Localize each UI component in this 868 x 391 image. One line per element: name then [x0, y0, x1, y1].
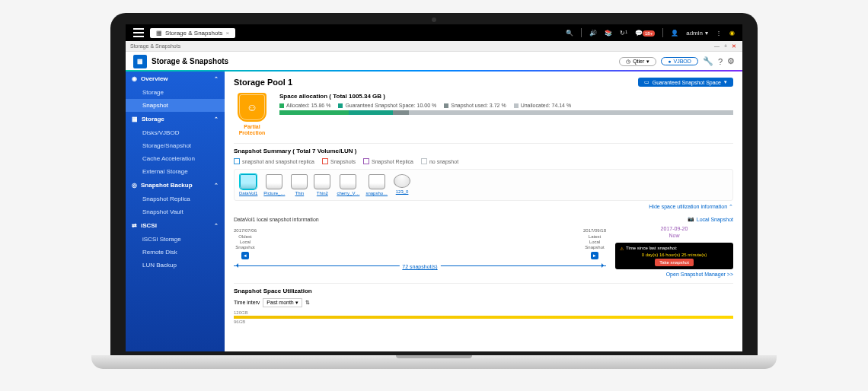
- nav-header-backup[interactable]: ◎Snapshot Backup ⌃: [126, 178, 225, 192]
- guaranteed-space-button[interactable]: ▭ Guaranteed Snapshot Space ▾: [638, 78, 733, 87]
- volume-icon: [314, 174, 330, 189]
- pool-title: Storage Pool 1: [234, 78, 292, 87]
- tab-close-icon[interactable]: ×: [226, 30, 230, 37]
- utilization-title: Snapshot Space Utilization: [234, 283, 733, 294]
- overview-icon: ◉: [132, 75, 137, 82]
- chevron-up-icon: ⌃: [214, 116, 219, 122]
- now-label: Now: [615, 232, 733, 239]
- disk-icon: ▭: [644, 79, 649, 85]
- utilization-chart: 120GB 96GB: [234, 310, 733, 324]
- nav-item-remote-disk[interactable]: Remote Disk: [126, 246, 225, 259]
- warning-icon: ⚠: [620, 246, 624, 251]
- sidebar: ◉Overview ⌃ Storage Snapshot ▦Storage ⌃ …: [126, 72, 225, 351]
- open-manager-link[interactable]: Open Snapshot Manager >>: [615, 272, 733, 277]
- app-tab[interactable]: ▦ Storage & Snapshots ×: [150, 28, 235, 38]
- volume-item[interactable]: snapsho…: [365, 174, 388, 196]
- vjbod-button[interactable]: ●VJBOD: [661, 57, 698, 65]
- volume-item[interactable]: cherry_V…: [337, 174, 359, 196]
- filter-checkbox[interactable]: no snapshot: [421, 158, 458, 164]
- tab-label: Storage & Snapshots: [165, 30, 223, 37]
- time-since-label: 0 day(s) 16 hour(s) 25 minute(s): [620, 253, 729, 257]
- volume-icon: [340, 174, 356, 189]
- volume-icon: [266, 174, 282, 189]
- filter-checkbox[interactable]: Snapshot Replica: [363, 158, 413, 164]
- nav-item-disks[interactable]: Disks/VJBOD: [126, 126, 225, 139]
- volume-icon: [369, 174, 385, 189]
- oldest-label: Oldest Local Snapshot: [234, 234, 257, 251]
- more-icon[interactable]: ⋮: [716, 30, 722, 37]
- volume-item[interactable]: Thin2: [314, 174, 330, 196]
- nav-item-external[interactable]: External Storage: [126, 165, 225, 178]
- nav-item-iscsi-storage[interactable]: iSCSI Storage: [126, 233, 225, 246]
- sync-icon[interactable]: ↻¹: [620, 30, 627, 37]
- backup-icon[interactable]: 📚: [605, 30, 612, 37]
- maximize-button[interactable]: +: [723, 43, 729, 49]
- snapshot-tooltip: ⚠Time since last snapshot: 0 day(s) 16 h…: [615, 243, 733, 269]
- nav-header-storage[interactable]: ▦Storage ⌃: [126, 112, 225, 126]
- minimize-button[interactable]: —: [713, 43, 721, 49]
- filter-checkbox[interactable]: Snapshots: [322, 158, 356, 164]
- latest-marker: ▸: [591, 252, 598, 259]
- tools-icon[interactable]: 🔧: [703, 56, 713, 66]
- volume-icon[interactable]: 🔊: [589, 30, 597, 37]
- chevron-up-icon: ⌃: [214, 223, 219, 229]
- storage-icon: ▦: [132, 116, 138, 122]
- latest-date: 2017/09/18: [583, 228, 606, 234]
- tab-icon: ▦: [156, 30, 162, 37]
- nav-item-replica[interactable]: Snapshot Replica: [126, 192, 225, 205]
- qtier-button[interactable]: ◷Qtier▾: [619, 57, 656, 66]
- iscsi-icon: ⇄: [132, 222, 137, 229]
- legend-item: Allocated: 15.86 %: [279, 103, 330, 108]
- toggle-utilization-link[interactable]: Hide space utilization information ⌃: [234, 204, 733, 210]
- volume-icon: [240, 174, 257, 189]
- nav-header-iscsi[interactable]: ⇄iSCSI ⌃: [126, 218, 225, 233]
- nav-item-cache[interactable]: Cache Acceleration: [126, 152, 225, 165]
- nav-item-vault[interactable]: Snapshot Vault: [126, 205, 225, 218]
- now-date: 2017-09-20: [615, 225, 733, 232]
- chevron-down-icon: ▾: [724, 79, 727, 85]
- app-icon: ▦: [133, 55, 147, 68]
- volume-icon: [394, 174, 410, 188]
- settings-icon[interactable]: ⚙: [727, 56, 735, 66]
- timeline-info-label: DataVol1 local snapshot information: [234, 217, 319, 222]
- breadcrumb: Storage & Snapshots: [130, 43, 180, 49]
- protection-label: Partial Protection: [234, 124, 270, 135]
- swap-icon[interactable]: ⇅: [305, 300, 310, 306]
- backup-nav-icon: ◎: [132, 182, 137, 189]
- main-menu-button[interactable]: [133, 27, 144, 38]
- camera-icon: 📷: [688, 216, 694, 222]
- nav-item-storage-snapshot[interactable]: Storage/Snapshot: [126, 139, 225, 152]
- local-snapshot-badge: 📷Local Snapshot: [688, 216, 733, 222]
- nav-item-lun-backup[interactable]: LUN Backup: [126, 259, 225, 272]
- volume-item[interactable]: 123_0: [394, 174, 410, 196]
- snapshot-count-link[interactable]: 72 snapshot(s): [399, 264, 440, 269]
- take-snapshot-button[interactable]: Take snapshot: [655, 259, 694, 266]
- volume-item[interactable]: Thin: [291, 174, 308, 196]
- user-icon[interactable]: 👤: [671, 30, 678, 37]
- volume-item[interactable]: Picture_…: [263, 174, 285, 196]
- search-icon[interactable]: 🔍: [566, 30, 573, 37]
- volume-icon: [291, 174, 308, 189]
- dashboard-icon[interactable]: ◉: [729, 30, 735, 37]
- summary-title: Snapshot Summary ( Total 7 Volume/LUN ): [234, 143, 733, 154]
- app-title: Storage & Snapshots: [152, 57, 228, 65]
- allocation-title: Space allocation ( Total 1005.34 GB ): [279, 93, 733, 100]
- volume-item[interactable]: DataVol1: [239, 174, 257, 196]
- oldest-marker: ◂: [241, 252, 249, 259]
- notification-icon[interactable]: 💬18+: [635, 30, 655, 37]
- close-button[interactable]: ✕: [730, 43, 738, 49]
- allocation-bar: [279, 110, 733, 115]
- oldest-date: 2017/07/06: [234, 228, 257, 234]
- chevron-up-icon: ⌃: [214, 76, 219, 82]
- help-icon[interactable]: ?: [718, 57, 723, 66]
- latest-label: Latest Local Snapshot: [583, 234, 606, 251]
- interval-select[interactable]: Past month ▾: [263, 298, 302, 307]
- filter-checkbox[interactable]: snapshot and snapshot replica: [234, 158, 314, 164]
- legend-item: Unallocated: 74.14 %: [514, 103, 572, 108]
- chevron-up-icon: ⌃: [729, 204, 733, 209]
- nav-header-overview[interactable]: ◉Overview ⌃: [126, 72, 225, 86]
- legend-item: Guaranteed Snapshot Space: 10.00 %: [338, 103, 436, 108]
- nav-item-snapshot[interactable]: Snapshot: [126, 99, 225, 112]
- user-menu[interactable]: admin▾: [686, 30, 708, 37]
- nav-item-storage[interactable]: Storage: [126, 86, 225, 99]
